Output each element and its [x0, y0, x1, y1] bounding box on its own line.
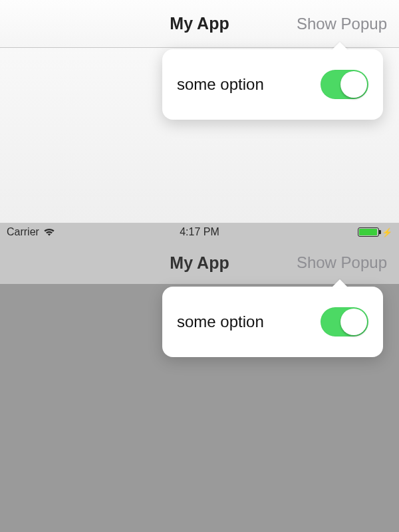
screenshot-top-panel: My App Show Popup some option — [0, 0, 399, 223]
toggle-knob-icon — [340, 309, 367, 335]
option-toggle[interactable] — [321, 70, 368, 99]
status-bar: Carrier 4:17 PM ⚡ — [0, 223, 399, 241]
option-label: some option — [177, 313, 264, 331]
battery-fill-icon — [359, 229, 377, 235]
status-time: 4:17 PM — [180, 226, 219, 238]
popover-arrow-icon — [331, 42, 348, 51]
popover: some option — [162, 49, 383, 120]
charging-bolt-icon: ⚡ — [382, 227, 392, 237]
nav-title: My App — [170, 14, 229, 33]
status-right: ⚡ — [358, 227, 392, 237]
toggle-knob-icon — [340, 71, 367, 98]
popover-container: some option — [162, 49, 383, 120]
screenshot-bottom-panel: Carrier 4:17 PM ⚡ My App Show Popup some… — [0, 223, 399, 532]
carrier-label: Carrier — [7, 226, 39, 238]
option-toggle[interactable] — [321, 307, 368, 336]
popover: some option — [162, 287, 383, 357]
wifi-icon — [43, 227, 55, 237]
battery-icon — [358, 227, 379, 237]
nav-title: My App — [170, 253, 229, 273]
navigation-bar: My App Show Popup — [0, 241, 399, 284]
popover-container: some option — [162, 287, 383, 357]
show-popup-button[interactable]: Show Popup — [297, 253, 387, 272]
option-label: some option — [177, 75, 264, 94]
popover-arrow-icon — [331, 279, 348, 288]
show-popup-button[interactable]: Show Popup — [297, 15, 387, 33]
navigation-bar: My App Show Popup — [0, 0, 399, 48]
status-left: Carrier — [7, 226, 55, 238]
